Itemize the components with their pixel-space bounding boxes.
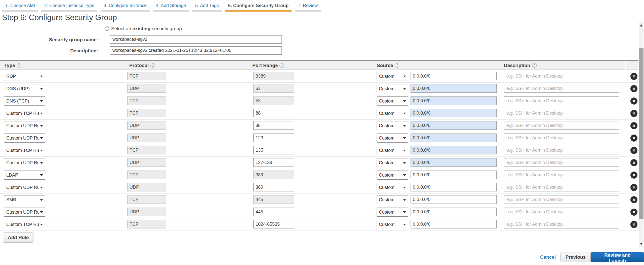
- source-mode-select[interactable]: Custom: [377, 146, 408, 155]
- source-info-icon[interactable]: i: [395, 63, 399, 68]
- delete-rule-icon[interactable]: ✕: [630, 184, 637, 191]
- rule-description-input[interactable]: [504, 84, 619, 93]
- wizard-tab[interactable]: 3. Configure Instance: [101, 0, 150, 12]
- rule-description-input[interactable]: [504, 72, 619, 80]
- delete-rule-icon[interactable]: ✕: [630, 196, 637, 203]
- port-range-input[interactable]: [253, 109, 294, 117]
- rule-type-select[interactable]: Custom TCP Rule: [4, 220, 45, 229]
- rule-type-select[interactable]: Custom UDP Rule: [4, 134, 45, 143]
- delete-rule-icon[interactable]: ✕: [630, 135, 637, 142]
- wizard-tab[interactable]: 7. Review: [295, 0, 321, 12]
- rule-type-select[interactable]: Custom UDP Rule: [4, 121, 45, 130]
- scroll-up-arrow-icon[interactable]: [640, 24, 643, 26]
- protocol-info-icon[interactable]: i: [150, 63, 155, 68]
- source-mode-select[interactable]: Custom: [377, 220, 408, 229]
- source-mode-select[interactable]: Custom: [377, 208, 408, 217]
- rule-description-input[interactable]: [504, 220, 619, 228]
- wizard-tab-active[interactable]: 6. Configure Security Group: [225, 0, 292, 12]
- source-cidr-input[interactable]: [411, 84, 497, 93]
- rule-description-input[interactable]: [504, 195, 619, 204]
- delete-rule-icon[interactable]: ✕: [630, 147, 637, 154]
- source-mode-select[interactable]: Custom: [377, 121, 408, 130]
- wizard-tab[interactable]: 4. Add Storage: [153, 0, 189, 12]
- port-range-input[interactable]: [253, 158, 294, 167]
- source-cidr-input[interactable]: [411, 134, 497, 142]
- rule-description-input[interactable]: [504, 134, 619, 142]
- port-range-info-icon[interactable]: i: [279, 63, 284, 68]
- column-header-type: Typei: [4, 63, 21, 68]
- rule-description-input[interactable]: [504, 158, 619, 167]
- source-mode-select[interactable]: Custom: [377, 72, 408, 81]
- vertical-scrollbar[interactable]: [639, 22, 643, 247]
- rule-type-select[interactable]: Custom UDP Rule: [4, 183, 45, 192]
- rule-type-select[interactable]: SMB: [4, 195, 45, 204]
- port-range-input[interactable]: [253, 220, 294, 228]
- security-group-name-input[interactable]: [110, 35, 282, 44]
- type-info-icon[interactable]: i: [17, 63, 21, 68]
- wizard-tab[interactable]: 1. Choose AMI: [2, 0, 38, 12]
- column-header-port-range: Port Rangei: [252, 63, 284, 68]
- rule-type-select[interactable]: RDP: [4, 72, 45, 81]
- description-info-icon[interactable]: i: [532, 63, 537, 68]
- delete-rule-icon[interactable]: ✕: [630, 172, 637, 179]
- scrollbar-thumb[interactable]: [639, 48, 643, 219]
- rule-description-input[interactable]: [504, 208, 619, 216]
- source-mode-select[interactable]: Custom: [377, 183, 408, 192]
- source-cidr-input[interactable]: [411, 195, 497, 204]
- rule-description-input[interactable]: [504, 171, 619, 179]
- scroll-down-arrow-icon[interactable]: [640, 243, 643, 245]
- rule-description-input[interactable]: [504, 121, 619, 130]
- delete-rule-icon[interactable]: ✕: [630, 221, 637, 228]
- port-range-input[interactable]: [253, 146, 294, 154]
- source-cidr-input[interactable]: [411, 72, 497, 80]
- source-cidr-input[interactable]: [411, 220, 497, 228]
- rule-row: LDAP Custom ✕: [0, 169, 638, 181]
- source-cidr-input[interactable]: [411, 121, 497, 130]
- rule-type-select[interactable]: DNS (UDP): [4, 84, 45, 93]
- rule-type-select[interactable]: Custom TCP Rule: [4, 146, 45, 155]
- source-cidr-input[interactable]: [411, 146, 497, 154]
- rule-type-select[interactable]: Custom UDP Rule: [4, 158, 45, 167]
- source-mode-select[interactable]: Custom: [377, 195, 408, 204]
- source-cidr-input[interactable]: [411, 183, 497, 191]
- port-range-input[interactable]: [253, 134, 294, 142]
- description-input[interactable]: [110, 46, 282, 55]
- delete-rule-icon[interactable]: ✕: [630, 73, 637, 80]
- source-mode-select[interactable]: Custom: [377, 134, 408, 143]
- source-cidr-input[interactable]: [411, 109, 497, 117]
- rule-type-select[interactable]: Custom TCP Rule: [4, 109, 45, 118]
- source-cidr-input[interactable]: [411, 158, 497, 167]
- source-mode-select[interactable]: Custom: [377, 96, 408, 106]
- rule-description-input[interactable]: [504, 109, 619, 117]
- type-select-wrap: RDP: [4, 72, 45, 81]
- previous-button[interactable]: Previous: [560, 252, 591, 262]
- rule-description-input[interactable]: [504, 146, 619, 154]
- wizard-tab[interactable]: 2. Choose Instance Type: [41, 0, 97, 12]
- source-cidr-input[interactable]: [411, 208, 497, 216]
- existing-security-group-radio[interactable]: [105, 26, 109, 31]
- delete-rule-icon[interactable]: ✕: [630, 122, 637, 129]
- delete-rule-icon[interactable]: ✕: [630, 110, 637, 117]
- source-mode-select[interactable]: Custom: [377, 158, 408, 167]
- add-rule-button[interactable]: Add Rule: [3, 233, 33, 243]
- source-cidr-input[interactable]: [411, 96, 497, 105]
- delete-rule-icon[interactable]: ✕: [630, 85, 637, 92]
- port-range-input[interactable]: [253, 121, 294, 130]
- rule-type-select[interactable]: Custom UDP Rule: [4, 208, 45, 217]
- delete-rule-icon[interactable]: ✕: [630, 159, 637, 166]
- rule-type-select[interactable]: LDAP: [4, 171, 45, 180]
- source-cidr-input[interactable]: [411, 171, 497, 179]
- port-range-input[interactable]: [253, 183, 294, 191]
- review-and-launch-button[interactable]: Review and Launch: [591, 252, 644, 262]
- wizard-tab[interactable]: 5. Add Tags: [192, 0, 222, 12]
- rule-type-select[interactable]: DNS (TCP): [4, 96, 45, 106]
- rule-description-input[interactable]: [504, 183, 619, 191]
- source-mode-select[interactable]: Custom: [377, 171, 408, 180]
- rule-description-input[interactable]: [504, 96, 619, 105]
- port-range-input[interactable]: [253, 208, 294, 216]
- delete-rule-icon[interactable]: ✕: [630, 209, 637, 216]
- source-mode-select[interactable]: Custom: [377, 109, 408, 118]
- cancel-link[interactable]: Cancel: [540, 254, 556, 260]
- delete-rule-icon[interactable]: ✕: [630, 97, 637, 105]
- source-mode-select[interactable]: Custom: [377, 84, 408, 93]
